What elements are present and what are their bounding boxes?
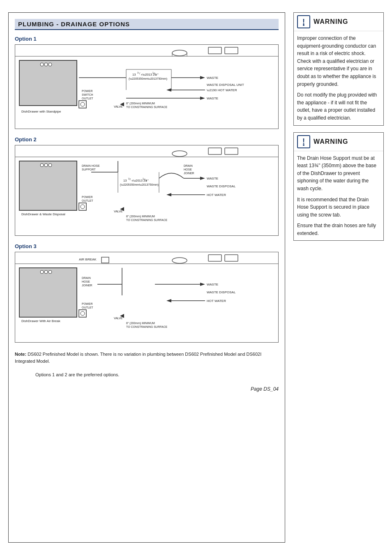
svg-text:DishDrawer with Standpipe: DishDrawer with Standpipe [21,110,61,113]
svg-marker-107 [200,283,205,286]
svg-text:HOSE: HOSE [184,168,192,171]
option-1-label: Option 1 [15,36,279,42]
option-1-diagram-wrapper: DishDrawer with Standpipe POWER SWITCH O… [15,45,278,129]
svg-point-99 [48,270,52,274]
svg-text:POWER: POWER [82,90,92,92]
svg-text:OUTLET: OUTLET [82,97,93,100]
svg-rect-45 [15,145,278,157]
option-3-label: Option 3 [15,243,279,249]
svg-text:\u2190 HOT WATER: \u2190 HOT WATER [207,88,237,92]
svg-point-8 [40,63,44,66]
svg-text:DRAIN: DRAIN [82,276,91,279]
svg-text:SUPPORT: SUPPORT [82,168,96,171]
option-2-label: Option 2 [15,136,279,143]
option-2-diagram-wrapper: DishDrawer & Waste Disposal DRAIN HOSE S… [15,145,278,235]
svg-point-10 [48,63,52,66]
page-number: Page DS_04 [15,386,279,392]
svg-text:HOT WATER: HOT WATER [207,299,226,303]
svg-text:TO CONSTRAINING  SURFACE: TO CONSTRAINING SURFACE [126,325,168,328]
svg-text:POWER: POWER [82,196,92,198]
warning-body-1-p2: Do not modify the plug provided with the… [297,91,380,122]
svg-text:OUTLET: OUTLET [82,306,93,309]
svg-rect-15 [79,101,86,108]
note-section: Note: DS602 Prefinished Model is shown. … [15,351,279,378]
svg-text:13: 13 [132,73,136,76]
svg-text:VALVE: VALVE [114,317,123,320]
svg-text:TO CONSTRAINING  SURFACE: TO CONSTRAINING SURFACE [126,219,168,221]
svg-text:VALVE: VALVE [114,210,123,213]
svg-marker-38 [166,88,171,92]
svg-text:WASTE DISPOSAL: WASTE DISPOSAL [207,290,236,294]
svg-text:WASTE: WASTE [207,177,218,180]
svg-text:8" (200mm) MINIMUM: 8" (200mm) MINIMUM [126,322,155,325]
option-1-section: Option 1 [15,36,279,129]
warning-body-2-p2: It is recommended that the Drain Hose Su… [297,196,380,219]
svg-text:/: / [154,72,155,75]
svg-text:DishDrawer & Waste Disposal: DishDrawer & Waste Disposal [21,212,65,216]
svg-rect-93 [208,255,221,261]
svg-text:HOT WATER: HOT WATER [207,193,226,197]
svg-rect-94 [225,255,238,261]
note-label: Note: [15,352,26,357]
svg-rect-7 [19,60,77,106]
svg-text:": " [157,73,159,76]
svg-point-97 [40,270,44,274]
warning-box-1: WARNING Improper connection of the equip… [293,12,384,126]
svg-text:WASTE: WASTE [207,97,218,100]
svg-text:8" (200mm) MINIMUM: 8" (200mm) MINIMUM [126,102,155,105]
svg-rect-92 [101,257,109,263]
svg-marker-79 [166,193,171,196]
warning-box-2: WARNING The Drain Hose Support must be a… [293,132,384,241]
option-1-diagram: DishDrawer with Standpipe POWER SWITCH O… [15,44,279,129]
svg-rect-50 [19,161,77,210]
svg-text:8" (200mm) MINIMUM: 8" (200mm) MINIMUM [126,215,155,218]
page-title: PLUMBING - DRAINAGE OPTIONS [15,19,279,30]
svg-text:AIR BREAK: AIR BREAK [79,258,97,261]
option-2-svg: DishDrawer & Waste Disposal DRAIN HOSE S… [15,145,278,234]
warning-dot-2 [303,144,304,146]
svg-rect-115 [79,310,86,317]
svg-text:WASTE DISPOSAL: WASTE DISPOSAL [207,184,236,188]
svg-text:": " [148,179,149,182]
svg-point-53 [48,164,52,167]
svg-text:HOSE: HOSE [82,280,90,283]
svg-text:OUTLET: OUTLET [82,199,93,202]
option-3-diagram-wrapper: AIR BREAK DishDrawer With Air Break DRAI… [15,252,278,342]
warning-body-2-p3: Ensure that the drain hoses are fully ex… [297,222,380,237]
svg-text:DRAIN HOSE: DRAIN HOSE [82,164,100,167]
svg-rect-48 [225,148,238,154]
svg-point-98 [44,270,48,274]
svg-rect-83 [79,203,86,210]
svg-point-52 [44,164,48,167]
svg-text:JOINER: JOINER [184,172,194,175]
svg-text:WASTE: WASTE [207,76,218,80]
svg-marker-41 [200,97,205,100]
svg-text:VALVE: VALVE [114,105,123,108]
svg-text:WASTE: WASTE [207,283,218,286]
warning-header-2: WARNING [294,133,383,151]
svg-text:(\u2205350mm\u2013750mm): (\u2205350mm\u2013750mm) [129,77,167,81]
warning-body-2: The Drain Hose Support must be at least … [294,151,383,241]
svg-rect-47 [208,148,221,154]
main-content: PLUMBING - DRAINAGE OPTIONS Option 1 [8,12,285,543]
svg-text:/: / [144,178,145,181]
svg-text:TO CONSTRAINING  SURFACE: TO CONSTRAINING SURFACE [126,106,168,108]
svg-text:SWITCH: SWITCH [82,93,93,96]
svg-text:JOINER: JOINER [82,284,92,287]
svg-text:DRAIN: DRAIN [184,164,193,167]
warning-title-2: WARNING [314,138,348,145]
warning-body-1: Improper connection of the equipment-gro… [294,31,383,125]
svg-rect-2 [208,47,221,54]
right-panel: WARNING Improper connection of the equip… [293,12,384,543]
svg-rect-89 [15,252,278,264]
svg-text:/: / [130,178,131,181]
warning-icon-1 [297,15,310,28]
svg-marker-63 [200,177,205,180]
svg-text:WASTE DISPOSAL UNIT: WASTE DISPOSAL UNIT [207,83,244,87]
svg-text:DishDrawer With Air Break: DishDrawer With Air Break [21,319,61,323]
svg-point-51 [40,164,44,167]
option-2-section: Option 2 DishDrawer & Waste Disposal [15,136,279,236]
svg-text:POWER: POWER [82,302,92,305]
svg-text:13: 13 [123,179,127,182]
option-3-svg: AIR BREAK DishDrawer With Air Break DRAI… [15,252,278,341]
